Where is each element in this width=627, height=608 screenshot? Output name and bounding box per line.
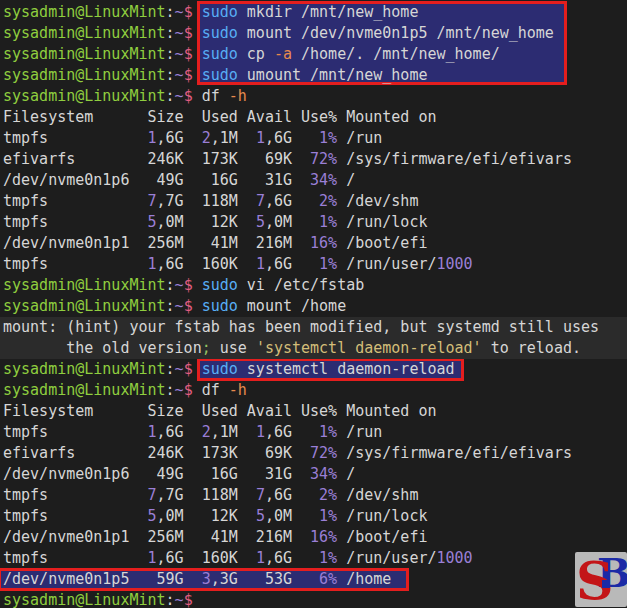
cmd-umount: sysadmin@LinuxMint:~$ sudo umount /mnt/n… xyxy=(0,65,627,86)
df2-row-root: /dev/nvme0n1p6 49G 16G 31G 34% / xyxy=(0,464,627,485)
df1-row-run-user: tmpfs 1,6G 160K 1,6G 1% /run/user/1000 xyxy=(0,254,627,275)
df2-row-lock: tmpfs 5,0M 12K 5,0M 1% /run/lock xyxy=(0,506,627,527)
watermark-logo: B S xyxy=(575,552,627,607)
watermark-square-icon xyxy=(602,580,610,588)
watermark-letter-s: S xyxy=(576,552,614,607)
df1-row-run: tmpfs 1,6G 2,1M 1,6G 1% /run xyxy=(0,128,627,149)
df2-header: Filesystem Size Used Avail Use% Mounted … xyxy=(0,401,627,422)
df1-row-boot-efi: /dev/nvme0n1p1 256M 41M 216M 16% /boot/e… xyxy=(0,233,627,254)
df2-row-boot-efi: /dev/nvme0n1p1 256M 41M 216M 16% /boot/e… xyxy=(0,527,627,548)
prompt-final: sysadmin@LinuxMint:~$ xyxy=(0,590,627,608)
cmd-vi-fstab: sysadmin@LinuxMint:~$ sudo vi /etc/fstab xyxy=(0,275,627,296)
cmd-mount-home: sysadmin@LinuxMint:~$ sudo mount /home xyxy=(0,296,627,317)
df2-row-run-user: tmpfs 1,6G 160K 1,6G 1% /run/user/1000 xyxy=(0,548,627,569)
df2-row-run: tmpfs 1,6G 2,1M 1,6G 1% /run xyxy=(0,422,627,443)
df1-row-root: /dev/nvme0n1p6 49G 16G 31G 34% / xyxy=(0,170,627,191)
cmd-df-1: sysadmin@LinuxMint:~$ df -h xyxy=(0,86,627,107)
cmd-mkdir: sysadmin@LinuxMint:~$ sudo mkdir /mnt/ne… xyxy=(0,2,627,23)
df1-row-efivars: efivarfs 246K 173K 69K 72% /sys/firmware… xyxy=(0,149,627,170)
cmd-daemon-reload: sysadmin@LinuxMint:~$ sudo systemctl dae… xyxy=(0,359,627,380)
df1-row-lock: tmpfs 5,0M 12K 5,0M 1% /run/lock xyxy=(0,212,627,233)
df2-row-efivars: efivarfs 246K 173K 69K 72% /sys/firmware… xyxy=(0,443,627,464)
df1-row-shm: tmpfs 7,7G 118M 7,6G 2% /dev/shm xyxy=(0,191,627,212)
mount-hint-line-2: the old version; use 'systemctl daemon-r… xyxy=(0,338,627,359)
mount-hint-line-1: mount: (hint) your fstab has been modifi… xyxy=(0,317,627,338)
cmd-df-2: sysadmin@LinuxMint:~$ df -h xyxy=(0,380,627,401)
df2-row-home: /dev/nvme0n1p5 59G 3,3G 53G 6% /home xyxy=(0,569,627,590)
cmd-cp-home: sysadmin@LinuxMint:~$ sudo cp -a /home/.… xyxy=(0,44,627,65)
df1-header: Filesystem Size Used Avail Use% Mounted … xyxy=(0,107,627,128)
cmd-mount-new-home: sysadmin@LinuxMint:~$ sudo mount /dev/nv… xyxy=(0,23,627,44)
terminal-window[interactable]: sysadmin@LinuxMint:~$ sudo mkdir /mnt/ne… xyxy=(0,0,627,608)
terminal-lines: sysadmin@LinuxMint:~$ sudo mkdir /mnt/ne… xyxy=(0,0,627,608)
df2-row-shm: tmpfs 7,7G 118M 7,6G 2% /dev/shm xyxy=(0,485,627,506)
